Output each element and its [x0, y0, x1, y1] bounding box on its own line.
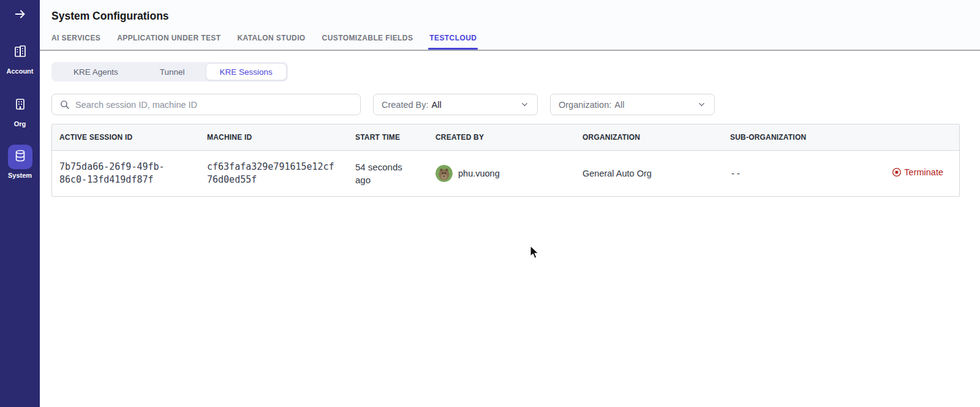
tab-katalon-studio[interactable]: Katalon Studio — [237, 34, 305, 50]
chevron-down-icon — [697, 100, 706, 109]
app-window: Account Org — [0, 0, 980, 407]
filter-bar: Created By: All Organization: All — [51, 94, 980, 115]
sessions-table: Active session ID Machine ID Start time … — [51, 124, 960, 197]
start-time-value: 54 seconds ago — [355, 161, 412, 186]
col-actions — [862, 124, 959, 151]
terminate-button[interactable]: Terminate — [892, 167, 943, 177]
col-sub-organization: Sub-organization — [723, 124, 862, 151]
created-by-name: phu.vuong — [458, 169, 500, 178]
subtab-tunnel[interactable]: Tunnel — [139, 63, 206, 80]
sidebar-item-label: Account — [7, 67, 34, 75]
created-by-cell: phu.vuong — [435, 165, 568, 182]
subtab-kre-sessions[interactable]: KRE Sessions — [206, 63, 287, 80]
page-title: System Configurations — [51, 0, 980, 34]
arrow-right-icon — [13, 7, 27, 23]
organization-name: General Auto Org — [582, 169, 715, 178]
building-icon — [13, 97, 28, 114]
created-by-filter[interactable]: Created By: All — [373, 94, 538, 115]
buildings-icon — [13, 44, 28, 61]
search-box — [51, 94, 361, 115]
stop-icon — [892, 167, 902, 177]
terminate-label: Terminate — [904, 167, 943, 177]
sub-organization-value: -- — [730, 168, 855, 179]
sidebar-expand-button[interactable] — [0, 0, 40, 29]
table-row: 7b75da66-26f9-49fb-86c0-13fd419df87f cf6… — [52, 151, 959, 196]
sidebar: Account Org — [0, 0, 40, 407]
created-by-label: Created By: — [382, 100, 429, 110]
main-content: System Configurations AI Services Applic… — [40, 0, 980, 407]
session-id-value: 7b75da66-26f9-49fb-86c0-13fd419df87f — [59, 161, 168, 186]
tab-customizable-fields[interactable]: Customizable Fields — [322, 34, 413, 50]
chevron-down-icon — [520, 100, 529, 109]
col-created-by: Created by — [428, 124, 575, 151]
organization-value: All — [614, 100, 624, 110]
sidebar-item-label: System — [8, 172, 32, 179]
machine-id-value: cf63fafa329e791615e12cf76d0ed55f — [207, 161, 338, 186]
testcloud-subtabs: KRE Agents Tunnel KRE Sessions — [51, 62, 288, 82]
organization-filter[interactable]: Organization: All — [550, 94, 715, 115]
avatar — [435, 165, 453, 182]
sidebar-item-org[interactable]: Org — [8, 93, 32, 127]
search-icon — [59, 99, 70, 110]
sidebar-item-label: Org — [14, 120, 26, 127]
subtab-kre-agents[interactable]: KRE Agents — [53, 63, 139, 80]
sidebar-item-system[interactable]: System — [8, 145, 32, 179]
tab-ai-services[interactable]: AI Services — [51, 34, 100, 50]
database-icon — [13, 149, 27, 165]
search-input[interactable] — [75, 100, 353, 110]
created-by-value: All — [432, 100, 442, 110]
organization-label: Organization: — [559, 100, 611, 110]
col-machine-id: Machine ID — [200, 124, 348, 151]
config-tabs: AI Services Application Under Test Katal… — [51, 34, 980, 50]
col-organization: Organization — [575, 124, 723, 151]
sidebar-item-account[interactable]: Account — [7, 40, 34, 75]
col-start-time: Start time — [348, 124, 428, 151]
tab-application-under-test[interactable]: Application Under Test — [117, 34, 221, 50]
tab-testcloud[interactable]: TestCloud — [429, 34, 477, 50]
col-active-session-id: Active session ID — [52, 124, 200, 151]
table-header-row: Active session ID Machine ID Start time … — [52, 124, 959, 151]
page-header: System Configurations AI Services Applic… — [40, 0, 980, 51]
